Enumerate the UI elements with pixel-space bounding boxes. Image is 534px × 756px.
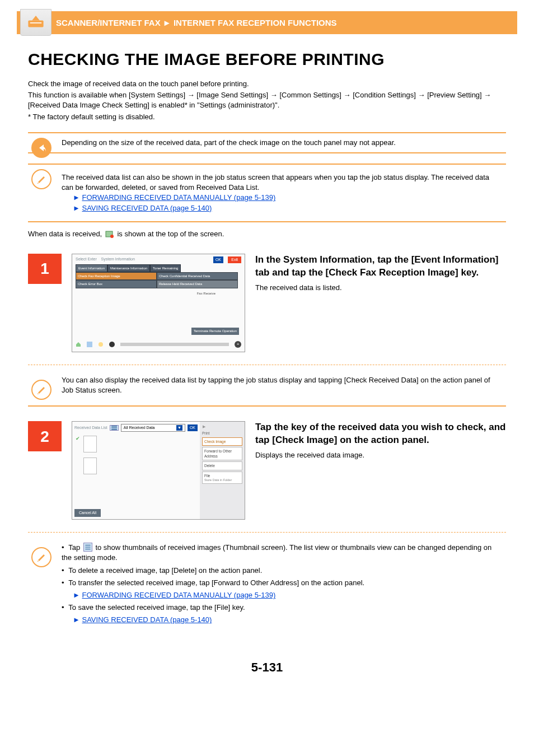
dropdown-arrow-icon: ▼ <box>176 425 182 431</box>
ss1-tab-event[interactable]: Event Information <box>76 264 107 272</box>
tip2-line1: Tap to show thumbnails of received image… <box>62 543 502 563</box>
step-1: 1 Select Exter System Information OK Exi… <box>28 254 506 352</box>
step-2-number: 2 <box>28 421 62 451</box>
ss1-btn-release-held[interactable]: Release Held Received Data <box>157 280 238 288</box>
plus-icon[interactable]: + <box>235 341 241 348</box>
tip2-link4: SAVING RECEIVED DATA (page 5-140) <box>73 615 502 625</box>
page-number: 5-131 <box>28 659 506 676</box>
step-1-heading: In the System Information, tap the [Even… <box>255 254 506 279</box>
page-title: CHECKING THE IMAGE BEFORE PRINTING <box>28 48 506 71</box>
ss2-title: Received Data List <box>74 425 107 431</box>
ss2-act-file[interactable]: File Store Data in Folder <box>202 472 242 484</box>
ss2-action-panel: ▶ Print Check Image Forward to Other Add… <box>200 422 245 519</box>
pencil-icon <box>31 380 51 400</box>
ss1-btn-check-fax[interactable]: Check Fax Reception Image <box>76 272 157 280</box>
ss2-dropdown-label: All Received Data <box>124 426 155 430</box>
ss2-act-file-label: File <box>204 473 240 478</box>
pencil-icon <box>31 547 51 567</box>
tip2-line2: To delete a received image, tap [Delete]… <box>62 566 502 576</box>
ss2-thumb-2[interactable] <box>83 458 97 474</box>
step-1-body: The received data is listed. <box>255 283 506 293</box>
tip2-l1b: to show thumbnails of received images (T… <box>62 543 491 562</box>
ss2-ok-button[interactable]: OK <box>188 424 198 431</box>
note-before: When data is received, <box>28 230 104 238</box>
slider-bar[interactable] <box>120 343 229 346</box>
step-2-screenshot: Received Data List All Received Data ▼ O… <box>72 421 245 520</box>
ss2-act-print: Print <box>202 431 242 436</box>
step-1-text: In the System Information, tap the [Even… <box>255 254 506 352</box>
step-2-heading: Tap the key of the received data you wis… <box>255 421 506 447</box>
ss2-thumb-1[interactable] <box>83 436 97 452</box>
ss2-act-file-sub: Store Data in Folder <box>204 478 240 483</box>
breadcrumb-sep: ► <box>163 18 171 27</box>
dashed-separator-2 <box>28 532 506 533</box>
ss1-sysinfo: System Information <box>101 257 135 261</box>
intro-text: Check the image of received data on the … <box>28 79 506 122</box>
intro-p3: * The factory default setting is disable… <box>28 112 506 122</box>
back-arrow-icon <box>31 138 51 158</box>
ss2-act-check-image[interactable]: Check Image <box>202 437 242 446</box>
step-1-screenshot: Select Exter System Information OK Exit … <box>72 254 245 352</box>
ss1-ok-button[interactable]: OK <box>213 256 223 263</box>
step-2-text: Tap the key of the received data you wis… <box>255 421 506 520</box>
tip2-l1a: Tap <box>68 543 82 552</box>
list-view-icon[interactable] <box>110 425 119 431</box>
ss1-btn-check-confidential[interactable]: Check Confidential Received Data <box>157 272 238 280</box>
tip-1: You can also display the received data l… <box>28 375 506 395</box>
tip-2: Tap to show thumbnails of received image… <box>28 543 506 625</box>
ss1-bottom-bar: + <box>76 340 241 348</box>
tip2-link3: FORWARDING RECEIVED DATA MANUALLY (page … <box>73 590 502 600</box>
page-header: SCANNER/INTERNET FAX ► INTERNET FAX RECE… <box>17 11 517 34</box>
ss1-fax-receive-label: Fax Receive <box>197 291 216 296</box>
dashed-separator-1 <box>28 365 506 365</box>
expand-arrow-icon[interactable]: ▶ <box>203 424 242 430</box>
svg-rect-4 <box>87 342 92 347</box>
notice2-text: The received data list can also be shown… <box>62 172 502 193</box>
step-2: 2 Received Data List All Received Data ▼… <box>28 421 506 520</box>
ss1-select-exter: Select Exter <box>76 257 97 261</box>
minus-icon[interactable] <box>109 342 115 347</box>
ss2-act-delete[interactable]: Delete <box>202 461 242 470</box>
grid-icon[interactable] <box>87 342 92 347</box>
received-data-icon <box>105 230 114 239</box>
saving-link[interactable]: SAVING RECEIVED DATA (page 5-140) <box>82 204 212 212</box>
svg-rect-0 <box>28 21 43 27</box>
ss2-cancel-all-button[interactable]: Cancel All <box>74 509 101 517</box>
link-saving-1: SAVING RECEIVED DATA (page 5-140) <box>73 203 502 213</box>
scanner-mode-icon <box>20 9 51 36</box>
ss1-tab-toner[interactable]: Toner Remaining <box>150 264 181 272</box>
forwarding-link-2[interactable]: FORWARDING RECEIVED DATA MANUALLY (page … <box>82 591 275 599</box>
svg-point-5 <box>99 342 103 347</box>
ss2-act-forward[interactable]: Forward to Other Address <box>202 447 242 460</box>
breadcrumb-section: SCANNER/INTERNET FAX <box>56 18 161 27</box>
bulb-icon[interactable] <box>98 342 104 347</box>
intro-p1: Check the image of received data on the … <box>28 79 506 89</box>
step-2-body: Displays the received data image. <box>255 450 506 460</box>
notice-tip: The received data list can also be shown… <box>28 164 506 222</box>
notice1-text: Depending on the size of the received da… <box>62 138 502 148</box>
notice-warning: Depending on the size of the received da… <box>28 132 506 153</box>
pencil-icon <box>31 169 51 189</box>
forwarding-link[interactable]: FORWARDING RECEIVED DATA MANUALLY (page … <box>82 193 275 202</box>
received-indicator-note: When data is received, is shown at the t… <box>28 229 506 239</box>
ss1-exit-button[interactable]: Exit <box>228 256 241 263</box>
ss1-terminate-button[interactable]: Terminate Remote Operation <box>191 328 239 334</box>
ss2-dropdown[interactable]: All Received Data ▼ <box>121 424 185 432</box>
svg-rect-1 <box>30 22 41 24</box>
link-forwarding-1: FORWARDING RECEIVED DATA MANUALLY (page … <box>73 193 502 203</box>
svg-point-3 <box>110 235 114 238</box>
note-after: is shown at the top of the screen. <box>117 230 224 238</box>
tip2-line4: To save the selected received image, tap… <box>62 603 502 613</box>
breadcrumb-page: INTERNET FAX RECEPTION FUNCTIONS <box>174 18 337 27</box>
thumbnail-view-icon <box>83 543 92 552</box>
tip-1-text: You can also display the received data l… <box>62 375 502 395</box>
ss1-tab-maintenance[interactable]: Maintenance Information <box>107 264 150 272</box>
intro-p2: This function is available when [System … <box>28 90 506 110</box>
check-mark-icon: ✔ <box>76 435 80 442</box>
saving-link-2[interactable]: SAVING RECEIVED DATA (page 5-140) <box>82 615 212 624</box>
ss1-btn-check-error[interactable]: Check Error Box <box>76 280 157 288</box>
tip2-line3: To transfer the selected received image,… <box>62 578 502 588</box>
home-icon[interactable] <box>76 342 81 347</box>
step-1-number: 1 <box>28 254 62 284</box>
